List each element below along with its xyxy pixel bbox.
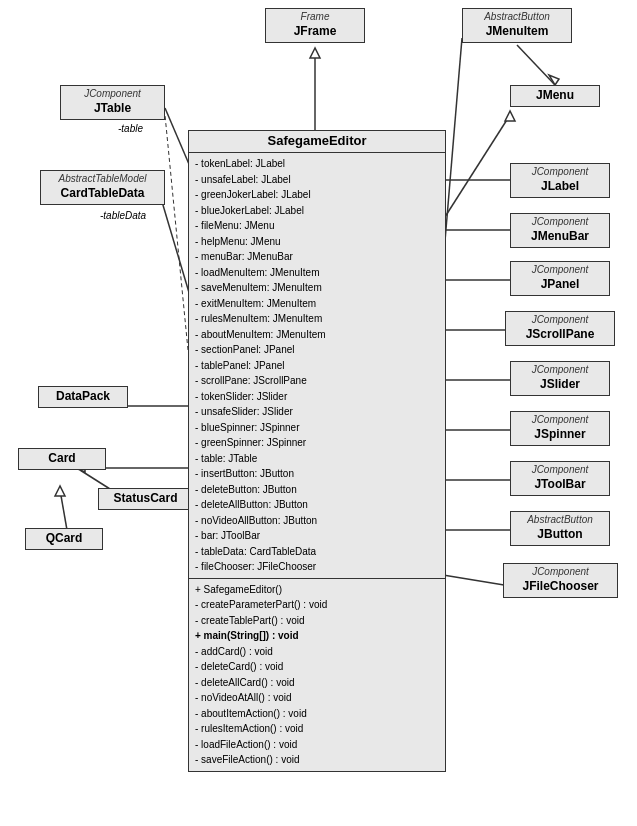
jmenuitem-stereotype: AbstractButton	[463, 9, 571, 22]
jtoolbar-class: JComponent JToolBar	[510, 461, 610, 496]
datapack-class: DataPack	[38, 386, 128, 408]
jscrollpane-name: JScrollPane	[506, 325, 614, 345]
card-class: Card	[18, 448, 106, 470]
uml-diagram: Frame JFrame AbstractButton JMenuItem JC…	[0, 0, 637, 826]
jslider-name: JSlider	[511, 375, 609, 395]
svg-marker-26	[549, 75, 559, 85]
jscrollpane-stereotype: JComponent	[506, 312, 614, 325]
jframe-stereotype: Frame	[266, 9, 364, 22]
qcard-class: QCard	[25, 528, 103, 550]
svg-marker-10	[55, 486, 65, 496]
svg-line-27	[165, 115, 188, 350]
jmenu-name: JMenu	[511, 86, 599, 106]
jbutton-name: JButton	[511, 525, 609, 545]
jpanel-class: JComponent JPanel	[510, 261, 610, 296]
jslider-class: JComponent JSlider	[510, 361, 610, 396]
jlabel-class: JComponent JLabel	[510, 163, 610, 198]
jmenubar-stereotype: JComponent	[511, 214, 609, 227]
jpanel-name: JPanel	[511, 275, 609, 295]
jmenubar-name: JMenuBar	[511, 227, 609, 247]
svg-line-9	[60, 490, 67, 530]
cardtabledata-class: AbstractTableModel CardTableData	[40, 170, 165, 205]
jlabel-stereotype: JComponent	[511, 164, 609, 177]
jscrollpane-class: JComponent JScrollPane	[505, 311, 615, 346]
jfilechooser-class: JComponent JFileChooser	[503, 563, 618, 598]
jmenu-class: JMenu	[510, 85, 600, 107]
cardtabledata-stereotype: AbstractTableModel	[41, 171, 164, 184]
jtoolbar-name: JToolBar	[511, 475, 609, 495]
statuscard-class: StatusCard	[98, 488, 193, 510]
jfilechooser-name: JFileChooser	[504, 577, 617, 597]
safegameeditor-attributes: - tokenLabel: JLabel - unsafeLabel: JLab…	[189, 153, 445, 578]
qcard-name: QCard	[26, 529, 102, 549]
jtable-stereotype: JComponent	[61, 86, 164, 99]
svg-marker-1	[310, 48, 320, 58]
jpanel-stereotype: JComponent	[511, 262, 609, 275]
jmenubar-class: JComponent JMenuBar	[510, 213, 610, 248]
jspinner-class: JComponent JSpinner	[510, 411, 610, 446]
jbutton-class: AbstractButton JButton	[510, 511, 610, 546]
safegameeditor-class: SafegameEditor - tokenLabel: JLabel - un…	[188, 130, 446, 772]
jlabel-name: JLabel	[511, 177, 609, 197]
tabledata-label: -tableData	[100, 210, 146, 221]
jframe-class: Frame JFrame	[265, 8, 365, 43]
jmenuitem-name: JMenuItem	[463, 22, 571, 42]
jfilechooser-stereotype: JComponent	[504, 564, 617, 577]
jspinner-stereotype: JComponent	[511, 412, 609, 425]
svg-line-24	[443, 575, 504, 585]
card-name: Card	[19, 449, 105, 469]
jspinner-name: JSpinner	[511, 425, 609, 445]
jtable-name: JTable	[61, 99, 164, 119]
safegameeditor-methods: + SafegameEditor() - createParameterPart…	[189, 579, 445, 771]
svg-marker-13	[505, 111, 515, 121]
svg-line-12	[443, 115, 510, 220]
statuscard-name: StatusCard	[99, 489, 192, 509]
jbutton-stereotype: AbstractButton	[511, 512, 609, 525]
table-label: -table	[118, 123, 143, 134]
jframe-name: JFrame	[266, 22, 364, 42]
jmenuitem-class: AbstractButton JMenuItem	[462, 8, 572, 43]
safegameeditor-name: SafegameEditor	[189, 131, 445, 152]
cardtabledata-name: CardTableData	[41, 184, 164, 204]
datapack-name: DataPack	[39, 387, 127, 407]
jtable-class: JComponent JTable	[60, 85, 165, 120]
jtoolbar-stereotype: JComponent	[511, 462, 609, 475]
svg-line-25	[517, 45, 555, 85]
jslider-stereotype: JComponent	[511, 362, 609, 375]
